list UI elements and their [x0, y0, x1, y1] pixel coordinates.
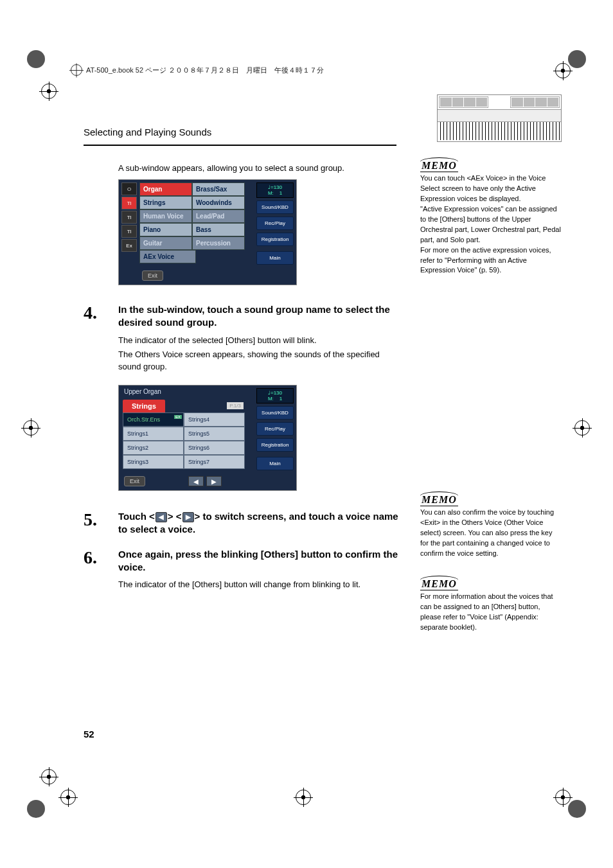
- group-woodwinds[interactable]: Woodwinds: [192, 196, 245, 209]
- step-6: 6. Once again, press the blinking [Other…: [84, 548, 398, 594]
- step-number: 4.: [84, 303, 118, 376]
- voice-strings7[interactable]: Strings7: [184, 455, 245, 469]
- left-tab: Ex: [121, 239, 137, 252]
- exit-button[interactable]: Exit: [124, 476, 145, 486]
- ex-badge: EX: [174, 415, 182, 419]
- voice-strings1[interactable]: Strings1: [123, 427, 184, 441]
- prev-page-button[interactable]: ◀: [188, 476, 204, 486]
- registration-button[interactable]: Registration: [256, 233, 294, 246]
- group-piano[interactable]: Piano: [139, 223, 192, 236]
- step-heading: Once again, press the blinking [Others] …: [118, 548, 398, 574]
- memo-2: MEMO You can also confirm the voice by t…: [420, 494, 562, 559]
- register-mark: [41, 84, 57, 99]
- tempo-display: ♩=130 M: 1: [256, 388, 294, 403]
- main-button[interactable]: Main: [256, 251, 294, 265]
- step-5: 5. Touch <◀> <▶> to switch screens, and …: [84, 510, 398, 542]
- title-rule: [84, 145, 396, 146]
- right-arrow-icon: ▶: [182, 512, 194, 522]
- printer-mark: [27, 50, 45, 68]
- sound-kbd-button[interactable]: Sound/KBD: [256, 200, 294, 214]
- printer-mark: [27, 800, 45, 818]
- next-page-button[interactable]: ▶: [206, 476, 222, 486]
- step-number: 5.: [84, 510, 118, 542]
- voice-strings6[interactable]: Strings6: [184, 441, 245, 455]
- group-guitar[interactable]: Guitar: [139, 236, 192, 250]
- group-aex-voice[interactable]: AEx Voice: [139, 250, 196, 263]
- file-metadata: AT-500_e.book 52 ページ ２００８年７月２８日 月曜日 午後４時…: [71, 64, 324, 76]
- voice-strings5[interactable]: Strings5: [184, 427, 245, 441]
- register-mark: [23, 420, 39, 436]
- step-4: 4. In the sub-window, touch a sound grou…: [84, 303, 398, 376]
- group-bass[interactable]: Bass: [192, 223, 245, 236]
- group-organ[interactable]: Organ: [139, 182, 192, 196]
- memo-text: You can also confirm the voice by touchi…: [420, 508, 562, 559]
- sound-group-subwindow: O Tl Tl Tl Ex OrganBrass/Sax StringsWood…: [118, 179, 297, 285]
- left-arrow-icon: ◀: [155, 512, 167, 522]
- left-tab: Tl: [121, 197, 137, 209]
- memo-1: MEMO You can touch <AEx Voice> in the Vo…: [420, 160, 562, 276]
- voice-strings2[interactable]: Strings2: [123, 441, 184, 455]
- keyboard-diagram: [437, 94, 562, 142]
- step-text: The indicator of the selected [Others] b…: [118, 335, 398, 347]
- page-indicator: P.1/3: [227, 402, 244, 409]
- left-tab: Tl: [121, 211, 137, 224]
- voice-strings3[interactable]: Strings3: [123, 455, 184, 469]
- group-lead-pad[interactable]: Lead/Pad: [192, 209, 245, 223]
- register-mark: [60, 790, 76, 805]
- memo-label: MEMO: [420, 160, 458, 172]
- rec-play-button[interactable]: Rec/Play: [256, 422, 294, 436]
- others-voice-screen: Upper Organ Strings P.1/3 Orch.Str.EnsEX…: [118, 385, 297, 491]
- step-heading: In the sub-window, touch a sound group n…: [118, 303, 398, 330]
- step-text: The indicator of the [Others] button wil…: [118, 579, 398, 591]
- rec-play-button[interactable]: Rec/Play: [256, 217, 294, 230]
- voice-orch-str-ens[interactable]: Orch.Str.EnsEX: [123, 412, 184, 427]
- memo-text: For more information about the voices th…: [420, 592, 562, 633]
- registration-button[interactable]: Registration: [256, 438, 294, 452]
- memo-label: MEMO: [420, 578, 458, 590]
- framemaker-icon: [71, 64, 82, 76]
- exit-button[interactable]: Exit: [142, 270, 163, 281]
- register-mark: [555, 63, 571, 78]
- tempo-display: ♩=130 M: 1: [256, 182, 294, 198]
- section-title: Selecting and Playing Sounds: [84, 127, 211, 137]
- group-brass-sax[interactable]: Brass/Sax: [192, 182, 245, 196]
- step-number: 6.: [84, 548, 118, 594]
- step-heading: Touch <◀> <▶> to switch screens, and tou…: [118, 510, 398, 536]
- meta-text: AT-500_e.book 52 ページ ２００８年７月２８日 月曜日 午後４時…: [86, 66, 324, 75]
- main-button[interactable]: Main: [256, 457, 294, 470]
- group-percussion[interactable]: Percussion: [192, 236, 245, 250]
- memo-3: MEMO For more information about the voic…: [420, 578, 562, 633]
- register-mark: [296, 790, 311, 805]
- sound-kbd-button[interactable]: Sound/KBD: [256, 406, 294, 420]
- left-tab: O: [121, 182, 137, 195]
- step-text: The Others Voice screen appears, showing…: [118, 349, 398, 373]
- group-strings[interactable]: Strings: [139, 196, 192, 209]
- voice-strings4[interactable]: Strings4: [184, 412, 245, 427]
- intro-text: A sub-window appears, allowing you to se…: [118, 163, 398, 173]
- register-mark: [41, 769, 57, 784]
- group-tab: Strings: [123, 400, 165, 412]
- printer-mark: [568, 50, 586, 68]
- memo-label: MEMO: [420, 494, 458, 506]
- group-human-voice[interactable]: Human Voice: [139, 209, 192, 223]
- page-number: 52: [84, 729, 94, 740]
- printer-mark: [568, 800, 586, 818]
- register-mark: [574, 420, 590, 436]
- memo-text: You can touch <AEx Voice> in the Voice S…: [420, 173, 562, 276]
- register-mark: [555, 790, 571, 805]
- left-tab: Tl: [121, 225, 137, 238]
